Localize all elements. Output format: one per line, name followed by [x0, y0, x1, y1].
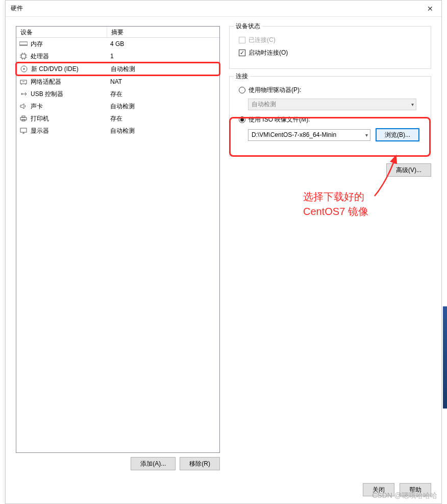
use-physical-label: 使用物理驱动器(P): — [249, 86, 301, 94]
memory-icon — [19, 40, 28, 47]
row-summary: 1 — [107, 53, 219, 60]
svg-point-3 — [23, 68, 25, 70]
advanced-button[interactable]: 高级(V)... — [386, 163, 431, 177]
list-row-cpu[interactable]: 处理器 1 — [16, 50, 219, 62]
device-list[interactable]: 设备 摘要 内存 4 GB — [16, 26, 220, 453]
dialog-title: 硬件 — [11, 4, 23, 13]
row-summary: 存在 — [107, 90, 219, 99]
annotation-text: 选择下载好的 CentOS7 镜像 — [303, 189, 368, 219]
connect-on-start-checkbox-row[interactable]: 启动时连接(O) — [239, 49, 424, 57]
row-label: 显示器 — [31, 127, 49, 135]
row-summary: 自动检测 — [107, 127, 219, 135]
titlebar: 硬件 ✕ — [6, 1, 441, 17]
row-summary: 自动检测 — [107, 102, 219, 111]
row-label: 内存 — [31, 40, 43, 49]
physical-sub-block: 自动检测 ▾ — [248, 99, 424, 110]
dialog-body: 设备 摘要 内存 4 GB — [16, 26, 431, 470]
close-button[interactable]: ✕ — [418, 1, 441, 16]
list-row-display[interactable]: 显示器 自动检测 — [16, 125, 219, 137]
chevron-down-icon: ▾ — [365, 132, 368, 138]
checkbox-icon — [239, 50, 245, 56]
remove-button[interactable]: 移除(R) — [180, 457, 220, 470]
row-summary: 自动检测 — [108, 65, 219, 74]
connected-checkbox-row[interactable]: 已连接(C) — [239, 36, 424, 44]
radio-icon — [239, 87, 245, 93]
chevron-down-icon: ▾ — [411, 102, 414, 107]
group-title-status: 设备状态 — [234, 22, 262, 31]
list-row-memory[interactable]: 内存 4 GB — [16, 38, 219, 50]
list-row-cddvd[interactable]: 新 CD/DVD (IDE) 自动检测 — [15, 62, 220, 76]
browse-button[interactable]: 浏览(B)... — [376, 128, 419, 141]
list-row-printer[interactable]: 打印机 存在 — [16, 112, 219, 125]
device-status-group: 设备状态 已连接(C) 启动时连接(O) — [229, 26, 431, 69]
row-summary: 存在 — [107, 114, 219, 123]
radio-icon — [239, 116, 245, 123]
svg-rect-1 — [21, 54, 26, 58]
physical-drive-dropdown[interactable]: 自动检测 ▾ — [248, 99, 416, 110]
cpu-icon — [19, 53, 28, 60]
list-row-network[interactable]: 网络适配器 NAT — [16, 76, 219, 88]
row-label: USB 控制器 — [31, 90, 63, 99]
hardware-dialog: 硬件 ✕ 设备 摘要 内存 — [5, 0, 442, 504]
connection-group: 连接 使用物理驱动器(P): 自动检测 ▾ 使用 ISO 映像文件(M): — [229, 76, 431, 156]
row-label: 新 CD/DVD (IDE) — [31, 65, 79, 74]
row-label: 声卡 — [31, 102, 43, 111]
list-row-usb[interactable]: USB 控制器 存在 — [16, 88, 219, 100]
watermark-text: CSDN @嗯哦哈哈哈 — [372, 491, 437, 500]
group-title-connection: 连接 — [234, 72, 250, 81]
network-icon — [19, 78, 28, 85]
advanced-row: 高级(V)... — [229, 163, 431, 177]
side-decoration — [443, 306, 447, 409]
connect-on-start-label: 启动时连接(O) — [249, 49, 288, 57]
list-row-sound[interactable]: 声卡 自动检测 — [16, 100, 219, 112]
disc-icon — [20, 65, 28, 73]
connected-label: 已连接(C) — [249, 36, 276, 44]
display-icon — [19, 127, 28, 134]
left-panel: 设备 摘要 内存 4 GB — [16, 26, 220, 470]
list-rows: 内存 4 GB 处理器 1 — [16, 38, 219, 137]
right-panel: 设备状态 已连接(C) 启动时连接(O) 连接 使用物理驱动器(P): — [229, 26, 431, 470]
col-header-summary[interactable]: 摘要 — [107, 27, 219, 37]
printer-icon — [19, 115, 28, 122]
row-summary: 4 GB — [107, 40, 219, 47]
iso-path-value: D:\VM\CentOS-7-x86_64-Minin — [252, 131, 336, 138]
use-iso-label: 使用 ISO 映像文件(M): — [249, 115, 310, 124]
svg-rect-6 — [22, 116, 25, 117]
use-iso-radio-row[interactable]: 使用 ISO 映像文件(M): — [239, 115, 424, 124]
sound-icon — [19, 103, 28, 110]
iso-sub-block: D:\VM\CentOS-7-x86_64-Minin ▾ 浏览(B)... — [248, 128, 424, 141]
add-button[interactable]: 添加(A)... — [131, 457, 176, 470]
col-header-device[interactable]: 设备 — [16, 27, 107, 37]
close-icon: ✕ — [427, 5, 433, 13]
left-button-bar: 添加(A)... 移除(R) — [16, 457, 220, 470]
list-header: 设备 摘要 — [16, 27, 219, 38]
use-physical-radio-row[interactable]: 使用物理驱动器(P): — [239, 86, 424, 94]
svg-rect-0 — [19, 42, 28, 45]
svg-rect-8 — [20, 128, 27, 132]
row-summary: NAT — [107, 78, 219, 85]
usb-icon — [19, 90, 28, 98]
row-label: 处理器 — [31, 52, 49, 61]
row-label: 打印机 — [31, 114, 49, 123]
physical-drive-value: 自动检测 — [252, 100, 276, 109]
row-label: 网络适配器 — [31, 78, 61, 86]
iso-path-dropdown[interactable]: D:\VM\CentOS-7-x86_64-Minin ▾ — [248, 129, 370, 141]
checkbox-icon — [239, 37, 245, 43]
